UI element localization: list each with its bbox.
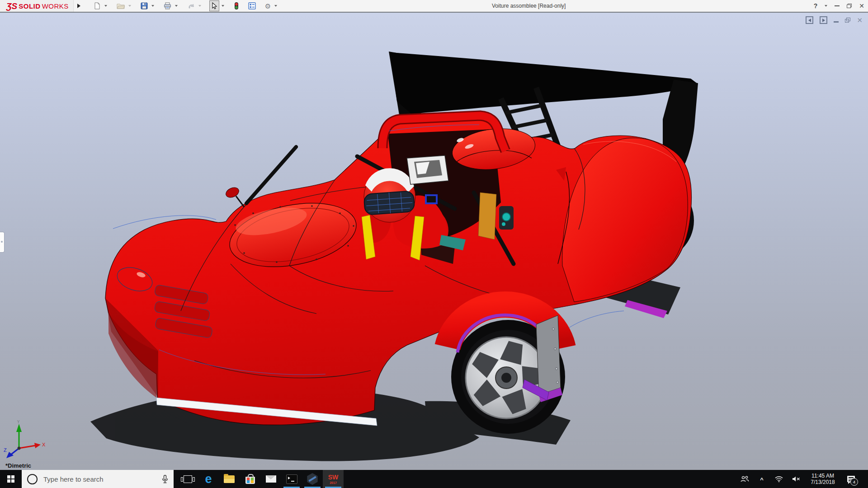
select-tool-button[interactable]	[209, 0, 219, 11]
people-icon	[741, 476, 749, 482]
undo-dropdown-caret[interactable]	[198, 5, 201, 7]
graphics-viewport[interactable]: ✕ Y X Z *Dimetric	[0, 13, 868, 470]
mail-icon	[266, 475, 276, 483]
start-button[interactable]	[0, 470, 22, 488]
new-dropdown-caret[interactable]	[104, 5, 107, 7]
triad-y-label: Y	[17, 420, 20, 424]
search-input[interactable]	[42, 475, 156, 483]
windows-taskbar: e SW 2017 ^	[0, 470, 868, 488]
taskbar-app-icons: e SW 2017	[177, 470, 344, 488]
open-folder-icon	[117, 2, 125, 9]
print-dropdown-caret[interactable]	[175, 5, 178, 7]
wifi-icon	[775, 476, 783, 482]
task-view-button[interactable]	[177, 470, 198, 488]
document-restore-button[interactable]	[845, 18, 850, 23]
clock-time: 11:45 AM	[807, 473, 839, 479]
windows-logo-icon	[7, 475, 14, 483]
car-3d-model[interactable]	[0, 13, 868, 470]
car-body[interactable]	[105, 114, 691, 425]
close-button[interactable]: ✕	[859, 3, 864, 9]
network-button[interactable]	[773, 470, 785, 488]
chevron-up-icon: ^	[760, 476, 764, 483]
microphone-icon[interactable]	[162, 475, 168, 483]
side-mirror	[224, 186, 241, 199]
task-view-icon	[184, 475, 192, 483]
options-dropdown-caret[interactable]	[274, 5, 277, 7]
3d-viewer-button[interactable]	[302, 470, 323, 488]
store-button[interactable]	[240, 470, 260, 488]
gear-icon: ⚙	[265, 3, 271, 9]
new-document-icon	[94, 2, 101, 9]
print-icon	[164, 2, 171, 9]
display-settings-button[interactable]	[247, 0, 257, 11]
solidworks-logo-glyph: ƷS	[6, 2, 17, 10]
file-explorer-icon	[224, 475, 235, 483]
document-close-button[interactable]: ✕	[857, 17, 863, 23]
command-prompt-icon	[286, 474, 297, 484]
mirror-stalk	[236, 196, 244, 207]
solidworks-taskbar-button[interactable]: SW 2017	[323, 470, 344, 488]
triad-x-label: X	[42, 442, 46, 447]
view-orientation-label: *Dimetric	[5, 462, 31, 469]
document-minimize-button[interactable]	[834, 21, 839, 23]
open-button[interactable]	[115, 0, 126, 11]
pane-next-button[interactable]	[820, 16, 827, 24]
select-dropdown-caret[interactable]	[222, 5, 224, 7]
print-button[interactable]	[162, 0, 173, 11]
document-title: Voiture assomblee [Read-only]	[492, 3, 566, 9]
save-dropdown-caret[interactable]	[151, 5, 154, 7]
solidworks-window: ƷS SOLIDWORKS	[0, 0, 868, 488]
file-explorer-button[interactable]	[219, 470, 240, 488]
restore-button[interactable]	[847, 4, 852, 8]
help-dropdown-caret[interactable]	[825, 5, 827, 7]
traffic-light-icon	[234, 2, 239, 10]
command-prompt-button[interactable]	[281, 470, 302, 488]
undo-button[interactable]	[186, 0, 196, 11]
helmet-visor	[364, 191, 415, 215]
document-window-controls: ✕	[806, 16, 863, 24]
hidden-icons-button[interactable]: ^	[755, 470, 768, 488]
edge-icon: e	[205, 473, 212, 485]
options-button[interactable]: ⚙	[264, 0, 272, 11]
select-cursor-icon	[211, 2, 218, 10]
edge-button[interactable]: e	[198, 470, 219, 488]
window-controls: ? ✕	[814, 0, 864, 12]
taskbar-clock[interactable]: 11:45 AM 7/13/2018	[807, 473, 839, 485]
mail-button[interactable]	[260, 470, 281, 488]
pane-previous-button[interactable]	[806, 16, 813, 24]
handle-dot	[1, 241, 3, 243]
triad-z-label: Z	[4, 447, 7, 453]
rebuild-button[interactable]	[232, 0, 241, 11]
solidworks-2017-icon: SW 2017	[328, 474, 339, 484]
hexagon-app-icon	[307, 473, 318, 485]
action-center-button[interactable]: 4	[843, 470, 859, 488]
rearview-mirror	[407, 155, 448, 184]
save-button[interactable]	[139, 0, 149, 11]
undo-arrow-icon	[187, 3, 195, 9]
new-document-button[interactable]	[92, 0, 102, 11]
taskbar-search[interactable]	[22, 470, 174, 488]
triangle-right-icon	[822, 19, 825, 22]
feature-pane-collapse-handle[interactable]	[0, 232, 5, 253]
harness-buckle	[426, 195, 437, 203]
volume-muted-icon	[792, 476, 801, 482]
people-button[interactable]	[738, 470, 751, 488]
quick-access-toolbar: ⚙	[92, 0, 279, 11]
save-floppy-icon	[141, 2, 148, 9]
solidworks-logo: ƷS SOLIDWORKS	[0, 0, 74, 12]
minimize-button[interactable]	[835, 5, 840, 6]
restore-glyph-front	[845, 19, 849, 23]
triangle-left-icon	[808, 19, 811, 22]
cortana-icon	[27, 474, 38, 484]
volume-button[interactable]	[790, 470, 802, 488]
open-dropdown-caret[interactable]	[128, 5, 131, 7]
orientation-triad: Y X Z	[3, 420, 48, 460]
display-settings-icon	[248, 2, 256, 9]
clock-date: 7/13/2018	[807, 479, 839, 485]
notification-badge: 4	[850, 478, 858, 486]
help-button[interactable]: ?	[814, 2, 818, 9]
system-tray: ^ 11:45 AM 7/13/2018	[738, 470, 868, 488]
restore-glyph-front	[847, 5, 851, 8]
menu-flyout-arrow-icon[interactable]	[77, 4, 80, 8]
title-bar: ƷS SOLIDWORKS	[0, 0, 868, 13]
